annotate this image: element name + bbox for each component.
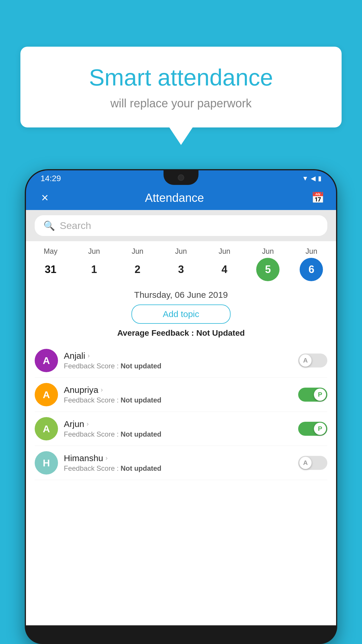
app-content: 🔍 Search May31Jun1Jun2Jun3Jun4Jun5Jun6 T… [26,210,336,625]
speech-bubble-container: Smart attendance will replace your paper… [20,47,342,145]
month-label-1: Jun [88,247,100,256]
phone-inner: 14:29 ▼ ◀ ▮ × Attendance 📅 🔍 [26,170,336,643]
toggle-knob-1: P [314,388,326,401]
speech-bubble: Smart attendance will replace your paper… [20,47,342,127]
toggle-1[interactable]: P [298,388,327,402]
phone-camera [178,174,184,181]
student-row-1[interactable]: AAnupriya ›Feedback Score : Not updatedP [35,378,327,412]
date-col-2[interactable]: Jun2 [116,247,159,281]
toggle-knob-3: A [299,457,312,469]
student-name-3: Himanshu › [64,453,292,463]
phone-notch [164,170,198,185]
month-label-5: Jun [262,247,274,256]
student-info-3: Himanshu ›Feedback Score : Not updated [64,453,292,473]
day-circle-5: 5 [256,258,280,281]
calendar-button[interactable]: 📅 [311,192,324,204]
day-circle-1: 1 [82,258,106,281]
avatar-0: A [35,349,58,372]
students-list: AAnjali ›Feedback Score : Not updatedAAA… [35,344,327,480]
selected-date-display: Thursday, 06 June 2019 [35,284,327,304]
chevron-icon-2: › [87,420,89,428]
month-label-0: May [44,247,57,256]
student-feedback-0: Feedback Score : Not updated [64,362,292,370]
student-info-2: Arjun ›Feedback Score : Not updated [64,419,292,438]
day-circle-4: 4 [213,258,236,281]
avatar-1: A [35,383,58,406]
chevron-icon-3: › [106,454,108,462]
toggle-3[interactable]: A [298,456,327,470]
search-icon: 🔍 [43,220,55,231]
app-header: × Attendance 📅 [26,186,336,210]
toggle-knob-2: P [314,423,326,435]
content-body: Thursday, 06 June 2019 Add topic Average… [26,284,336,480]
search-bar[interactable]: 🔍 Search [35,215,327,236]
student-name-1: Anupriya › [64,385,292,395]
student-feedback-2: Feedback Score : Not updated [64,430,292,438]
student-info-1: Anupriya ›Feedback Score : Not updated [64,385,292,404]
header-title: Attendance [38,191,311,204]
avatar-2: A [35,417,58,440]
student-row-0[interactable]: AAnjali ›Feedback Score : Not updatedA [35,344,327,378]
chevron-icon-0: › [87,352,89,360]
student-feedback-1: Feedback Score : Not updated [64,396,292,404]
student-info-0: Anjali ›Feedback Score : Not updated [64,351,292,370]
month-label-2: Jun [132,247,143,256]
signal-icon: ◀ [311,175,316,182]
month-label-3: Jun [175,247,187,256]
avg-feedback: Average Feedback : Not Updated [35,328,327,338]
avg-feedback-label: Average Feedback : [117,328,196,337]
bubble-subtitle: will replace your paperwork [38,97,324,110]
phone-frame: 14:29 ▼ ◀ ▮ × Attendance 📅 🔍 [25,169,337,644]
battery-icon: ▮ [318,175,321,182]
day-circle-6: 6 [300,258,323,281]
day-circle-3: 3 [169,258,193,281]
chevron-icon-1: › [101,386,103,394]
toggle-knob-0: A [299,354,312,367]
student-row-3[interactable]: HHimanshu ›Feedback Score : Not updatedA [35,446,327,480]
status-time: 14:29 [41,174,61,183]
date-col-0[interactable]: May31 [29,247,72,281]
student-row-2[interactable]: AArjun ›Feedback Score : Not updatedP [35,412,327,446]
student-feedback-3: Feedback Score : Not updated [64,464,292,473]
month-label-6: Jun [305,247,317,256]
date-col-3[interactable]: Jun3 [159,247,203,281]
bubble-title: Smart attendance [38,64,324,91]
date-col-5[interactable]: Jun5 [246,247,290,281]
phone-content-wrapper: 14:29 ▼ ◀ ▮ × Attendance 📅 🔍 [26,170,336,625]
wifi-icon: ▼ [302,175,308,182]
status-icons: ▼ ◀ ▮ [302,175,321,182]
day-circle-0: 31 [39,258,62,281]
toggle-0[interactable]: A [298,354,327,368]
date-col-6[interactable]: Jun6 [290,247,333,281]
student-name-0: Anjali › [64,351,292,361]
date-col-4[interactable]: Jun4 [203,247,246,281]
toggle-2[interactable]: P [298,422,327,436]
avg-feedback-value: Not Updated [196,328,245,337]
student-name-2: Arjun › [64,419,292,429]
search-container: 🔍 Search [26,210,336,241]
add-topic-button[interactable]: Add topic [131,304,231,324]
speech-bubble-tail [169,127,193,145]
date-col-1[interactable]: Jun1 [72,247,116,281]
month-label-4: Jun [219,247,230,256]
day-circle-2: 2 [126,258,149,281]
date-strip: May31Jun1Jun2Jun3Jun4Jun5Jun6 [26,241,336,284]
search-placeholder: Search [60,220,91,231]
avatar-3: H [35,451,58,475]
